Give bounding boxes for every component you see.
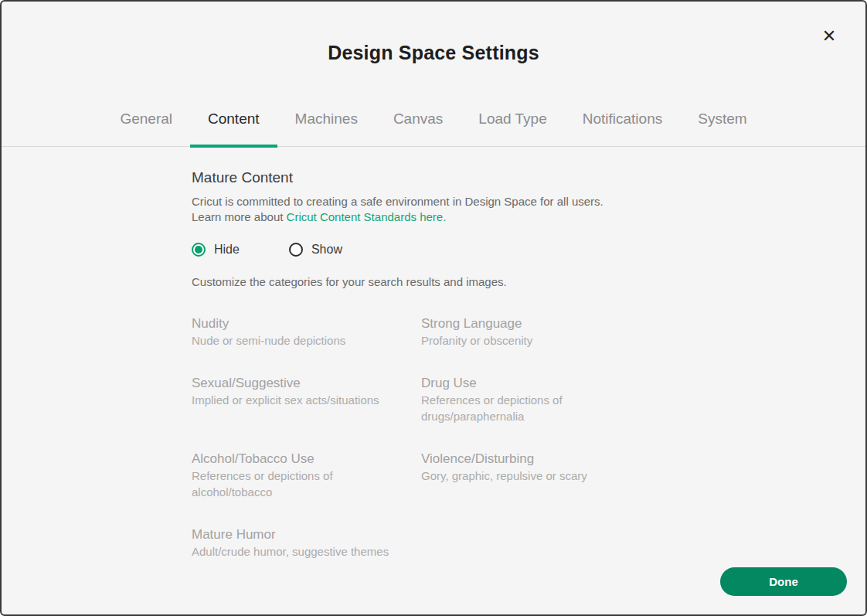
close-icon[interactable]: ✕ <box>818 25 841 48</box>
page-title: Design Space Settings <box>2 42 865 64</box>
category-nudity: Nudity Nude or semi-nude depictions <box>192 315 421 349</box>
radio-show-label: Show <box>311 243 342 257</box>
tab-canvas[interactable]: Canvas <box>376 100 461 146</box>
tab-general[interactable]: General <box>102 100 190 146</box>
category-title: Drug Use <box>421 374 653 392</box>
category-title: Sexual/Suggestive <box>192 374 421 392</box>
category-description: References or depictions of alcohol/toba… <box>192 468 350 500</box>
tab-load-type[interactable]: Load Type <box>461 100 564 146</box>
category-mature-humor: Mature Humor Adult/crude humor, suggesti… <box>192 526 421 560</box>
section-description: Cricut is committed to creating a safe e… <box>192 194 865 225</box>
tab-system[interactable]: System <box>680 100 764 146</box>
content-standards-link[interactable]: Cricut Content Standards here. <box>287 210 447 223</box>
category-description: Adult/crude humor, suggestive themes <box>192 543 421 560</box>
category-title: Nudity <box>192 315 421 332</box>
category-violence-disturbing: Violence/Disturbing Gory, graphic, repul… <box>421 450 653 500</box>
tabs-bar: General Content Machines Canvas Load Typ… <box>2 100 865 147</box>
category-alcohol-tobacco: Alcohol/Tobacco Use References or depict… <box>192 450 421 500</box>
category-grid: Nudity Nude or semi-nude depictions Stro… <box>192 315 865 560</box>
content-panel: Mature Content Cricut is committed to cr… <box>2 147 865 560</box>
category-drug-use: Drug Use References or depictions of dru… <box>421 374 653 424</box>
radio-hide[interactable]: Hide <box>192 243 240 257</box>
section-title: Mature Content <box>192 169 865 186</box>
category-description: Gory, graphic, repulsive or scary <box>421 468 653 484</box>
radio-selected-icon[interactable] <box>192 243 206 257</box>
radio-unselected-icon[interactable] <box>289 243 303 257</box>
category-sexual-suggestive: Sexual/Suggestive Implied or explicit se… <box>192 374 421 424</box>
description-line2-prefix: Learn more about <box>192 210 287 223</box>
tab-content[interactable]: Content <box>190 100 277 146</box>
category-title: Violence/Disturbing <box>421 450 653 468</box>
done-button[interactable]: Done <box>720 567 847 596</box>
category-title: Mature Humor <box>192 526 421 543</box>
customize-categories-text: Customize the categories for your search… <box>192 275 865 288</box>
category-description: Profanity or obscenity <box>421 332 653 349</box>
category-description: Nude or semi-nude depictions <box>192 332 421 349</box>
design-space-settings-dialog: ✕ Design Space Settings General Content … <box>0 0 867 616</box>
radio-hide-label: Hide <box>214 243 240 257</box>
mature-content-radio-group: Hide Show <box>192 243 865 257</box>
category-description: Implied or explicit sex acts/situations <box>192 392 421 408</box>
tab-machines[interactable]: Machines <box>277 100 376 146</box>
category-strong-language: Strong Language Profanity or obscenity <box>421 315 653 349</box>
category-title: Alcohol/Tobacco Use <box>192 450 421 468</box>
radio-show[interactable]: Show <box>289 243 342 257</box>
tab-notifications[interactable]: Notifications <box>565 100 681 146</box>
description-line1: Cricut is committed to creating a safe e… <box>192 195 604 208</box>
category-description: References or depictions of drugs/paraph… <box>421 392 580 424</box>
category-title: Strong Language <box>421 315 653 332</box>
